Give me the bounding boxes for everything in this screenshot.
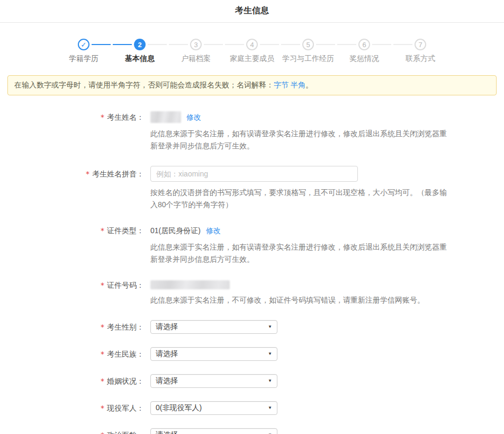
step-6-number: 6 [358,39,370,50]
page-title: 考生信息 [235,6,269,15]
edit-id-type-link[interactable]: 修改 [206,225,221,236]
id-type-label: *证件类型： [0,225,144,236]
name-pinyin-label: *考生姓名拼音： [0,166,144,182]
required-mark: * [101,226,104,235]
candidate-name-helper: 此信息来源于实名注册，如有误请登录实名注册进行修改，修改后退出系统且关闭浏览器重… [150,128,449,152]
step-5-experience: 5 学习与工作经历 [280,39,336,64]
military-status-select[interactable]: 0(非现役军人) ▼ [150,401,277,415]
gender-select[interactable]: 请选择 ▼ [150,320,277,334]
field-row-military-status: *现役军人： 0(非现役军人) ▼ [0,401,504,415]
step-7-contact: 7 联系方式 [392,39,448,64]
required-mark: * [101,377,104,385]
marital-status-select[interactable]: 请选择 ▼ [150,374,277,388]
required-mark: * [101,431,104,434]
step-5-number: 5 [302,39,314,50]
required-mark: * [101,323,104,331]
step-5-label: 学习与工作经历 [280,54,336,64]
step-3-number: 3 [190,39,202,50]
step-6-rewards: 6 奖惩情况 [336,39,392,64]
field-row-ethnicity: *考生民族： 请选择 ▼ [0,347,504,361]
political-status-select[interactable]: 请选择 ▼ [150,428,277,434]
step-2-basic-info: 2 基本信息 [112,39,168,64]
military-status-select-value: 0(非现役军人) [156,403,202,413]
name-pinyin-helper: 按姓名的汉语拼音的书写形式填写，要求顶格写，且不可出现空格，大小写均可。（最多输… [150,187,449,211]
step-4-family: 4 家庭主要成员 [224,39,280,64]
edit-name-link[interactable]: 修改 [186,111,201,123]
id-number-helper: 此信息来源于实名注册，不可修改，如证件号码填写错误，请重新注册学信网账号。 [150,294,425,306]
marital-status-select-value: 请选择 [156,376,178,386]
halfwidth-notice-banner: 在输入数字或字母时，请使用半角字符，否则可能会造成报名失败；名词解释：字节 半角… [7,75,497,95]
step-7-label: 联系方式 [392,54,448,64]
field-row-marital-status: *婚姻状况： 请选择 ▼ [0,374,504,388]
ethnicity-select-value: 请选择 [156,349,178,359]
dropdown-arrow-icon: ▼ [268,379,272,383]
step-4-number: 4 [246,39,258,50]
field-row-candidate-name: *考生姓名： 修改 此信息来源于实名注册，如有误请登录实名注册进行修改，修改后退… [0,111,504,152]
wizard-stepper: ✓ 学籍学历 2 基本信息 3 户籍档案 4 家庭主要成员 5 学习与工作经历 … [56,39,448,64]
candidate-info-form: *考生姓名： 修改 此信息来源于实名注册，如有误请登录实名注册进行修改，修改后退… [0,111,504,434]
dropdown-arrow-icon: ▼ [268,352,272,356]
candidate-name-label: *考生姓名： [0,111,144,123]
ethnicity-select[interactable]: 请选择 ▼ [150,347,277,361]
required-mark: * [101,113,104,121]
gender-select-value: 请选择 [156,322,178,332]
political-status-select-value: 请选择 [156,430,178,434]
military-status-label: *现役军人： [0,401,144,415]
political-status-label: *政治面貌： [0,428,144,434]
step-6-label: 奖惩情况 [336,54,392,64]
glossary-link-halfwidth[interactable]: 半角 [291,81,305,89]
glossary-link-byte[interactable]: 字节 [274,81,289,89]
marital-status-label: *婚姻状况： [0,374,144,388]
notice-text: 在输入数字或字母时，请使用半角字符，否则可能会造成报名失败；名词解释： [14,81,274,89]
required-mark: * [101,404,104,412]
notice-suffix: 。 [305,81,313,89]
step-3-label: 户籍档案 [168,54,224,64]
step-1-label: 学籍学历 [56,54,112,64]
field-row-id-number: *证件号码： 此信息来源于实名注册，不可修改，如证件号码填写错误，请重新注册学信… [0,279,504,306]
id-type-value: 01(居民身份证) [150,225,201,236]
step-1-student-status: ✓ 学籍学历 [56,39,112,64]
candidate-name-redacted [150,111,181,123]
step-2-label: 基本信息 [112,54,168,64]
id-type-helper: 此信息来源于实名注册，如有误请登录实名注册进行修改，修改后退出系统且关闭浏览器重… [150,241,449,265]
dropdown-arrow-icon: ▼ [268,325,272,329]
id-number-redacted [150,280,230,289]
id-number-label: *证件号码： [0,279,144,291]
field-row-name-pinyin: *考生姓名拼音： 按姓名的汉语拼音的书写形式填写，要求顶格写，且不可出现空格，大… [0,166,504,211]
field-row-political-status: *政治面貌： 请选择 ▼ [0,428,504,434]
dropdown-arrow-icon: ▼ [268,406,272,410]
step-7-number: 7 [415,39,426,50]
step-2-number: 2 [134,39,146,50]
step-4-label: 家庭主要成员 [224,54,280,64]
required-mark: * [101,350,104,358]
page-header: 考生信息 [0,0,504,23]
required-mark: * [86,170,89,178]
field-row-id-type: *证件类型： 01(居民身份证) 修改 此信息来源于实名注册，如有误请登录实名注… [0,225,504,265]
required-mark: * [101,281,104,289]
field-row-gender: *考生性别： 请选择 ▼ [0,320,504,334]
name-pinyin-input[interactable] [150,166,358,182]
gender-label: *考生性别： [0,320,144,334]
step-1-check-icon: ✓ [78,39,89,50]
ethnicity-label: *考生民族： [0,347,144,361]
step-3-household: 3 户籍档案 [168,39,224,64]
